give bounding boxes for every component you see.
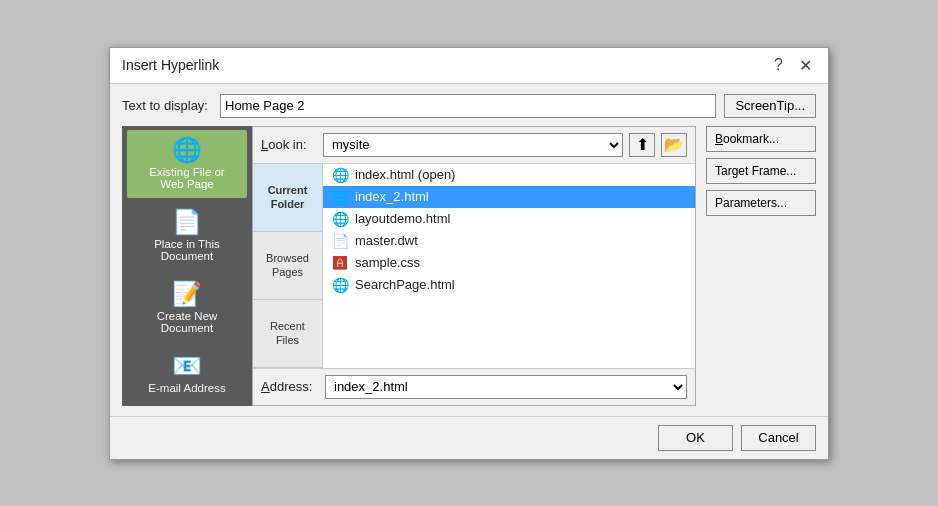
sidebar-item-existing[interactable]: 🌐 Existing File orWeb Page — [127, 130, 247, 198]
sidebar-item-new-label: Create NewDocument — [157, 310, 218, 334]
css-icon-1: 🅰 — [331, 255, 349, 271]
ok-button[interactable]: OK — [658, 425, 733, 451]
bookmark-button[interactable]: Bookmark... — [706, 126, 816, 152]
target-frame-button[interactable]: Target Frame... — [706, 158, 816, 184]
main-area: 🌐 Existing File orWeb Page 📄 Place in Th… — [122, 126, 816, 406]
file-name-2: index_2.html — [355, 189, 429, 204]
file-name-3: layoutdemo.html — [355, 211, 450, 226]
file-item-master-dwt[interactable]: 📄 master.dwt — [323, 230, 695, 252]
look-in-row: Look in: mysite ⬆ 📂 — [253, 127, 695, 164]
help-button[interactable]: ? — [770, 56, 787, 74]
email-icon: 📧 — [172, 354, 202, 378]
text-display-input[interactable] — [220, 94, 716, 118]
folder-icon-1: 📄 — [331, 233, 349, 249]
file-list: 🌐 index.html (open) 🌐 index_2.html 🌐 lay… — [323, 164, 695, 368]
nav-back-button[interactable]: ⬆ — [629, 133, 655, 157]
text-display-row: Text to display: ScreenTip... — [122, 94, 816, 118]
open-folder-button[interactable]: 📂 — [661, 133, 687, 157]
address-select[interactable]: index_2.html — [325, 375, 687, 399]
ie-icon-2: 🌐 — [331, 189, 349, 205]
file-item-searchpage[interactable]: 🌐 SearchPage.html — [323, 274, 695, 296]
parameters-button[interactable]: Parameters... — [706, 190, 816, 216]
side-nav-browsed-pages[interactable]: BrowsedPages — [253, 232, 322, 300]
address-label: Address: — [261, 379, 317, 394]
file-item-layoutdemo[interactable]: 🌐 layoutdemo.html — [323, 208, 695, 230]
center-panel: Look in: mysite ⬆ 📂 CurrentFolder — [252, 126, 696, 406]
title-bar-buttons: ? ✕ — [770, 56, 816, 75]
side-nav-recent-files[interactable]: RecentFiles — [253, 300, 322, 368]
file-name-1: index.html (open) — [355, 167, 455, 182]
file-name-4: master.dwt — [355, 233, 418, 248]
file-name-6: SearchPage.html — [355, 277, 455, 292]
new-icon: 📝 — [172, 282, 202, 306]
browser-area: CurrentFolder BrowsedPages RecentFiles 🌐 — [253, 164, 695, 368]
look-in-select[interactable]: mysite — [323, 133, 623, 157]
address-row: Address: index_2.html — [253, 368, 695, 405]
insert-hyperlink-dialog: Insert Hyperlink ? ✕ Text to display: Sc… — [109, 47, 829, 460]
text-display-label: Text to display: — [122, 98, 212, 113]
side-nav-current-folder[interactable]: CurrentFolder — [253, 164, 322, 232]
file-item-sample-css[interactable]: 🅰 sample.css — [323, 252, 695, 274]
ie-icon-4: 🌐 — [331, 277, 349, 293]
sidebar-item-place-label: Place in ThisDocument — [154, 238, 220, 262]
file-name-5: sample.css — [355, 255, 420, 270]
ie-icon-1: 🌐 — [331, 167, 349, 183]
sidebar-item-email-label: E-mail Address — [148, 382, 225, 394]
dialog-body: Text to display: ScreenTip... 🌐 Existing… — [110, 84, 828, 416]
side-nav: CurrentFolder BrowsedPages RecentFiles — [253, 164, 323, 368]
screentip-button[interactable]: ScreenTip... — [724, 94, 816, 118]
existing-icon: 🌐 — [172, 138, 202, 162]
sidebar-item-place[interactable]: 📄 Place in ThisDocument — [127, 202, 247, 270]
dialog-title: Insert Hyperlink — [122, 57, 219, 73]
close-button[interactable]: ✕ — [795, 56, 816, 75]
title-bar: Insert Hyperlink ? ✕ — [110, 48, 828, 84]
file-item-index-html[interactable]: 🌐 index.html (open) — [323, 164, 695, 186]
sidebar-item-email[interactable]: 📧 E-mail Address — [127, 346, 247, 402]
left-panel: 🌐 Existing File orWeb Page 📄 Place in Th… — [122, 126, 252, 406]
ie-icon-3: 🌐 — [331, 211, 349, 227]
sidebar-item-existing-label: Existing File orWeb Page — [149, 166, 224, 190]
look-in-label: Look in: — [261, 137, 317, 152]
cancel-button[interactable]: Cancel — [741, 425, 816, 451]
sidebar-item-new[interactable]: 📝 Create NewDocument — [127, 274, 247, 342]
place-icon: 📄 — [172, 210, 202, 234]
bottom-row: OK Cancel — [110, 416, 828, 459]
file-item-index2-html[interactable]: 🌐 index_2.html — [323, 186, 695, 208]
right-panel: Bookmark... Target Frame... Parameters..… — [696, 126, 816, 406]
